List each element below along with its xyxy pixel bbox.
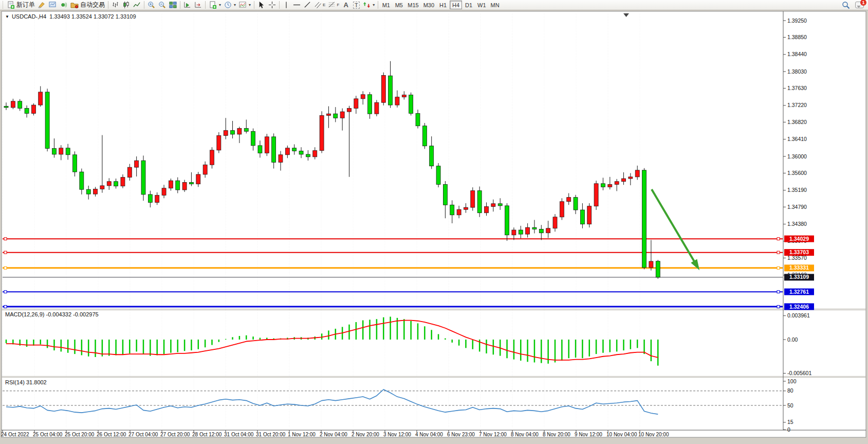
equidistant-channel-icon bbox=[315, 1, 323, 9]
cursor-tool-button[interactable] bbox=[256, 1, 267, 10]
search-icon[interactable] bbox=[842, 1, 850, 9]
rsi-tick-label: 15 bbox=[787, 419, 793, 425]
auto-scroll-button[interactable] bbox=[182, 1, 193, 10]
candle-down bbox=[477, 191, 482, 213]
text-label-tool[interactable]: T bbox=[351, 1, 361, 10]
bar-chart-button[interactable] bbox=[110, 1, 121, 10]
text-tool[interactable]: A bbox=[341, 1, 351, 10]
price-badge-label: 1.33109 bbox=[789, 274, 809, 280]
line-handle[interactable] bbox=[777, 251, 780, 254]
candle-up bbox=[491, 204, 495, 207]
vertical-line-tool[interactable] bbox=[281, 1, 291, 10]
new-order-button[interactable]: 新订单 bbox=[5, 1, 36, 10]
line-handle[interactable] bbox=[777, 238, 780, 240]
line-handle[interactable] bbox=[777, 267, 780, 269]
candle-up bbox=[361, 95, 365, 99]
candle-down bbox=[244, 129, 248, 132]
price-tick-label: 1.36000 bbox=[787, 153, 807, 159]
timeframe-m30[interactable]: M30 bbox=[421, 1, 436, 9]
horizontal-line-tool[interactable] bbox=[291, 1, 302, 10]
chart-shift-icon bbox=[194, 1, 202, 9]
price-tick-label: 1.38440 bbox=[787, 51, 807, 57]
timeframe-m15[interactable]: M15 bbox=[405, 1, 420, 9]
line-handle[interactable] bbox=[4, 251, 7, 254]
window-bottom-edge bbox=[0, 438, 868, 444]
candle-down bbox=[389, 76, 393, 105]
candle-up bbox=[347, 109, 352, 112]
trendline-tool[interactable] bbox=[302, 1, 313, 10]
signal-button[interactable] bbox=[58, 1, 69, 10]
candle-down bbox=[498, 204, 502, 206]
candle-down bbox=[292, 148, 297, 151]
candlestick-chart-button[interactable] bbox=[121, 1, 132, 10]
tile-windows-icon bbox=[169, 1, 177, 9]
toolbar-grip bbox=[3, 1, 4, 9]
candle-up bbox=[59, 148, 63, 154]
candle-down bbox=[148, 194, 152, 202]
candle-up bbox=[313, 151, 317, 157]
timeframe-h4[interactable]: H4 bbox=[450, 1, 462, 9]
chart-shift-button[interactable] bbox=[193, 1, 204, 10]
timeframe-w1[interactable]: W1 bbox=[475, 1, 488, 9]
chevron-down-icon: ▾ bbox=[219, 3, 221, 7]
line-handle[interactable] bbox=[4, 267, 7, 269]
candle-up bbox=[375, 102, 379, 114]
line-handle[interactable] bbox=[4, 291, 7, 293]
equidistant-channel-tool[interactable]: E bbox=[313, 1, 327, 10]
crosshair-tool-button[interactable] bbox=[267, 1, 278, 10]
chart-canvas[interactable]: 1.392501.388501.384401.380301.376301.372… bbox=[0, 11, 868, 438]
candle-up bbox=[567, 198, 571, 202]
candle-down bbox=[141, 161, 145, 194]
price-tick-label: 1.34790 bbox=[787, 204, 807, 210]
timeframe-toolbar: M1M5M15M30H1H4D1W1MN bbox=[380, 1, 501, 9]
candle-down bbox=[334, 114, 338, 118]
tile-windows-button[interactable] bbox=[168, 1, 178, 10]
macd-indicator-label: MACD(12,26,9) -0.004332 -0.002975 bbox=[5, 311, 99, 317]
timeframe-m1[interactable]: M1 bbox=[380, 1, 392, 9]
notifications-icon[interactable]: 1 bbox=[855, 2, 864, 8]
auto-trading-button[interactable]: 自动交易 bbox=[69, 1, 106, 10]
chart-profile-button[interactable] bbox=[47, 1, 58, 10]
zoom-in-button[interactable] bbox=[146, 1, 157, 10]
arrows-tool-dropdown[interactable]: ▾ bbox=[361, 1, 376, 10]
candle-up bbox=[11, 101, 15, 108]
candle-down bbox=[601, 184, 605, 187]
rsi-tick-label: 80 bbox=[787, 387, 793, 394]
chevron-down-icon: ▾ bbox=[249, 3, 251, 7]
timeframe-m5[interactable]: M5 bbox=[393, 1, 405, 9]
candle-down bbox=[4, 106, 8, 108]
timeframe-mn[interactable]: MN bbox=[489, 1, 502, 9]
candle-up bbox=[546, 228, 550, 233]
chevron-down-icon[interactable]: ▼ bbox=[5, 14, 9, 19]
zoom-out-button[interactable] bbox=[157, 1, 168, 10]
time-tick-label: 7 Nov 12:00 bbox=[479, 432, 507, 437]
candle-down bbox=[114, 182, 118, 186]
toolbar-separator bbox=[144, 1, 144, 9]
marker-button[interactable] bbox=[36, 1, 47, 10]
chart-header: ▼USDCAD-,H4 1.33493 1.33524 1.33072 1.33… bbox=[5, 13, 136, 20]
new-chart-icon bbox=[209, 1, 217, 9]
new-chart-dropdown[interactable]: ▾ bbox=[207, 1, 223, 10]
zoom-in-icon bbox=[147, 1, 155, 9]
candle-down bbox=[580, 210, 584, 224]
candle-down bbox=[519, 230, 523, 234]
line-handle[interactable] bbox=[777, 291, 780, 293]
toolbar-separator bbox=[254, 1, 254, 9]
line-chart-button[interactable] bbox=[132, 1, 142, 10]
timeframe-h1[interactable]: H1 bbox=[437, 1, 449, 9]
line-handle[interactable] bbox=[4, 306, 7, 308]
line-handle[interactable] bbox=[4, 238, 7, 240]
candle-down bbox=[25, 109, 29, 114]
candle-up bbox=[210, 150, 214, 165]
new-order-icon bbox=[7, 1, 15, 9]
line-handle[interactable] bbox=[777, 306, 780, 308]
candle-up bbox=[121, 177, 125, 186]
timeframe-d1[interactable]: D1 bbox=[463, 1, 475, 9]
time-tick-label: 2 Nov 20:00 bbox=[352, 432, 379, 437]
toolbar-right-group: 1 bbox=[842, 1, 864, 9]
fibonacci-tool[interactable]: F bbox=[327, 1, 341, 10]
time-tick-label: 27 Oct 20:00 bbox=[160, 432, 190, 437]
period-dropdown[interactable]: ▾ bbox=[223, 1, 237, 10]
indicators-dropdown[interactable]: ▾ bbox=[237, 1, 252, 10]
candle-down bbox=[368, 95, 372, 114]
